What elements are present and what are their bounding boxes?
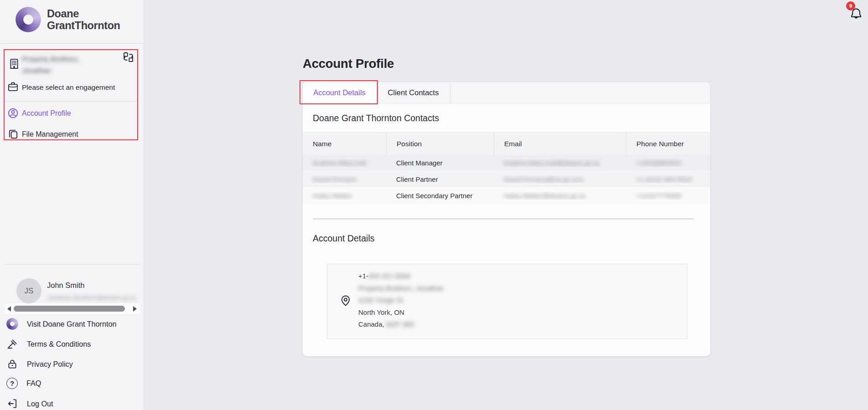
address-country-line: Canada, M2P 2B5 bbox=[358, 318, 444, 331]
phone-prefix: +1- bbox=[358, 272, 368, 280]
contact-email: Haley.Weber@doane.gt.ca bbox=[504, 192, 585, 200]
sidebar-link-privacy[interactable]: Privacy Policy bbox=[6, 358, 73, 370]
engagement-selector[interactable]: Please select an engagement bbox=[22, 83, 115, 92]
sidebar-link-faq[interactable]: ? FAQ bbox=[6, 378, 41, 389]
section-divider bbox=[313, 219, 694, 219]
user-name: John Smith bbox=[47, 281, 85, 290]
avatar: JS bbox=[16, 278, 41, 303]
contacts-table-header: Name Position Email Phone Number bbox=[303, 132, 710, 155]
contacts-section-title: Doane Grant Thornton Contacts bbox=[313, 113, 439, 123]
tab-bar: Account Details Client Contacts bbox=[303, 82, 710, 103]
page-title: Account Profile bbox=[303, 56, 394, 71]
contact-name: Haley Weber bbox=[313, 192, 352, 200]
scrollbar-track[interactable] bbox=[11, 303, 133, 314]
table-row: Andrew MacLeod Client Manager Andrew.Mac… bbox=[303, 155, 710, 171]
contact-email: David.Pereyra@ca.gt.com bbox=[504, 175, 584, 183]
contact-phone: +1 (416) 360-5002 bbox=[636, 175, 692, 183]
scrollbar-thumb[interactable] bbox=[14, 306, 125, 312]
link-label: Privacy Policy bbox=[27, 360, 73, 369]
gt-swirl-logo-icon bbox=[16, 7, 41, 32]
contact-name: David Pereyra bbox=[313, 175, 356, 183]
tab-client-contacts[interactable]: Client Contacts bbox=[376, 82, 450, 103]
sidebar-horizontal-scrollbar[interactable] bbox=[5, 303, 140, 314]
file-management-icon bbox=[7, 128, 19, 140]
sidebar-link-logout[interactable]: Log Out bbox=[6, 398, 53, 410]
phone-number-redacted: 403 321 9094 bbox=[368, 272, 410, 280]
address-company-line: Property Brothers, Jonathan bbox=[358, 282, 444, 295]
app-root: Doane GrantThornton Property Brothers, J… bbox=[0, 0, 868, 410]
brand-logo: Doane GrantThornton bbox=[16, 7, 120, 32]
question-circle-icon: ? bbox=[6, 378, 18, 389]
sidebar-divider bbox=[0, 43, 144, 44]
brand-logo-text: Doane GrantThornton bbox=[47, 8, 120, 31]
table-row: David Pereyra Client Partner David.Perey… bbox=[303, 171, 710, 188]
client-name-line1: Property Brothers, bbox=[22, 53, 115, 65]
contact-phone: +14167776090 bbox=[636, 192, 682, 200]
brand-line1: Doane bbox=[47, 8, 120, 20]
address-card: +1-403 321 9094 Property Brothers, Jonat… bbox=[327, 264, 687, 339]
switch-client-icon[interactable] bbox=[122, 51, 134, 63]
sidebar-inner-divider bbox=[5, 101, 137, 102]
briefcase-icon bbox=[7, 81, 19, 93]
column-header-position: Position bbox=[386, 133, 494, 155]
address-phone-line: +1-403 321 9094 bbox=[358, 270, 444, 282]
location-pin-icon bbox=[339, 294, 352, 309]
sidebar: Doane GrantThornton Property Brothers, J… bbox=[0, 0, 144, 410]
account-profile-icon bbox=[7, 107, 19, 119]
brand-line2: GrantThornton bbox=[47, 20, 120, 31]
sidebar-item-account-profile[interactable]: Account Profile bbox=[22, 109, 71, 118]
column-header-name: Name bbox=[303, 133, 386, 155]
table-row: Haley Weber Client Secondary Partner Hal… bbox=[303, 188, 710, 204]
contact-position: Client Partner bbox=[386, 175, 494, 183]
contact-position: Client Manager bbox=[386, 159, 494, 167]
contact-position: Client Secondary Partner bbox=[386, 192, 494, 200]
sidebar-item-file-management[interactable]: File Management bbox=[22, 130, 78, 138]
address-lines: +1-403 321 9094 Property Brothers, Jonat… bbox=[358, 270, 444, 331]
contact-email: Andrew.MacLeod@doane.gt.ca bbox=[504, 159, 599, 167]
account-profile-card: Account Details Client Contacts Doane Gr… bbox=[303, 82, 710, 356]
address-city-line: North York, ON bbox=[358, 307, 444, 319]
notification-badge: 9 bbox=[846, 1, 855, 10]
postal-code-redacted: M2P 2B5 bbox=[386, 320, 414, 328]
client-name-line2: Jonathan bbox=[22, 65, 115, 76]
column-header-email: Email bbox=[494, 133, 626, 155]
gavel-icon bbox=[6, 338, 18, 350]
link-label: Visit Doane Grant Thornton bbox=[27, 320, 116, 328]
contacts-table-body: Andrew MacLeod Client Manager Andrew.Mac… bbox=[303, 155, 710, 204]
account-details-title: Account Details bbox=[313, 233, 374, 244]
scroll-left-arrow-icon[interactable] bbox=[7, 306, 11, 312]
sidebar-link-terms[interactable]: Terms & Conditions bbox=[6, 338, 91, 350]
user-email: Jonathan.Brothers@doane.gt.ca bbox=[47, 294, 136, 301]
address-street-line: 4100 Yonge St bbox=[358, 294, 444, 307]
country-prefix: Canada, bbox=[358, 320, 384, 328]
link-label: Terms & Conditions bbox=[27, 340, 91, 348]
lock-icon bbox=[6, 358, 18, 370]
sidebar-link-visit-gt[interactable]: Visit Doane Grant Thornton bbox=[6, 318, 116, 330]
column-header-phone: Phone Number bbox=[626, 133, 710, 155]
client-name[interactable]: Property Brothers, Jonathan bbox=[22, 53, 115, 76]
contact-name: Andrew MacLeod bbox=[313, 159, 366, 167]
building-icon bbox=[8, 57, 21, 70]
gt-swirl-small-icon bbox=[6, 318, 18, 330]
logout-icon bbox=[6, 398, 18, 410]
tab-account-details[interactable]: Account Details bbox=[303, 82, 376, 103]
contact-phone: +14036963541 bbox=[636, 159, 682, 167]
scroll-right-arrow-icon[interactable] bbox=[133, 306, 137, 312]
user-section-divider bbox=[5, 264, 140, 265]
link-label: Log Out bbox=[27, 400, 53, 408]
link-label: FAQ bbox=[26, 379, 41, 388]
